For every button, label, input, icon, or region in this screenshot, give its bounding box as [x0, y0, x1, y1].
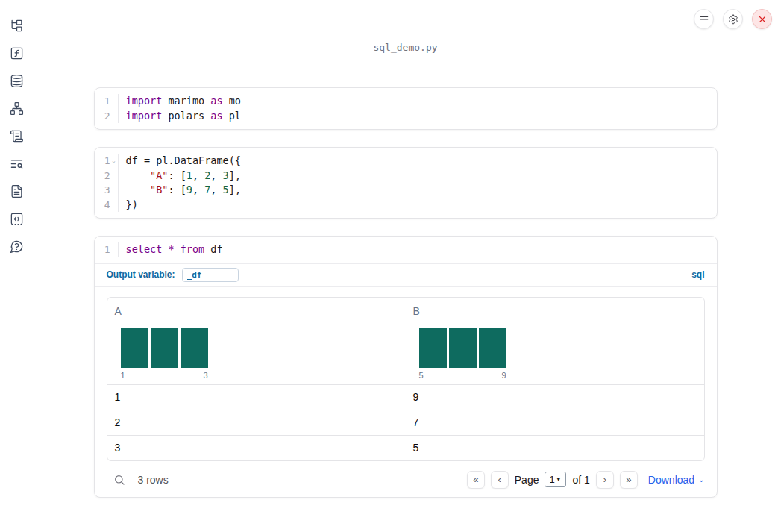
logs-search-icon	[10, 157, 24, 171]
sql-editor[interactable]: select * from df	[119, 242, 717, 257]
dataframe-table: A13B59 192735	[107, 297, 705, 461]
close-icon	[757, 14, 768, 25]
function-square-icon	[10, 46, 24, 60]
sidebar-item-variables[interactable]	[9, 46, 24, 60]
row-count: 3 rows	[138, 474, 169, 486]
download-button[interactable]: Download ⌄	[648, 474, 705, 486]
table-search-button[interactable]	[113, 473, 126, 486]
code-cell-imports: 12 import marimo as moimport polars as p…	[94, 87, 718, 130]
fold-chevron-icon[interactable]: ⌄	[110, 157, 118, 165]
table-cell: 1	[107, 385, 406, 410]
sidebar-item-help[interactable]	[9, 239, 24, 254]
line-number: 1	[104, 155, 110, 166]
table-row: 19	[107, 384, 704, 410]
pagination: « ‹ Page 1 ▾ of 1 › »	[467, 471, 638, 489]
histogram-min-label: 1	[121, 371, 125, 381]
page-select[interactable]: 1 ▾	[545, 472, 566, 487]
notebook-filename: sql_demo.py	[33, 0, 778, 57]
code-line: import polars as pl	[126, 109, 717, 124]
histogram-bar	[181, 328, 208, 368]
chevron-right-icon: ›	[603, 475, 606, 484]
download-label: Download	[648, 474, 694, 486]
histogram-bar	[121, 328, 148, 368]
table-row: 35	[107, 435, 704, 460]
page-select-value: 1	[549, 474, 554, 485]
cell-output: A13B59 192735 3 rows « ‹ Page	[95, 287, 717, 497]
code-editor[interactable]: import marimo as moimport polars as pl	[119, 94, 717, 123]
line-number: 1	[104, 96, 110, 107]
histogram-bar	[479, 328, 506, 368]
output-variable-label: Output variable:	[107, 269, 175, 280]
document-icon	[10, 184, 24, 198]
table-cell: 2	[107, 410, 406, 435]
page-total: of 1	[572, 474, 589, 486]
histogram-max-label: 3	[203, 371, 207, 381]
sql-cell: 1 select * from df Output variable: sql …	[94, 236, 718, 498]
dependency-graph-icon	[10, 101, 24, 116]
notebook-area: sql_demo.py 12 import marimo as moimport…	[33, 0, 778, 532]
line-number: 2	[104, 170, 110, 181]
code-line: df = pl.DataFrame({	[126, 154, 717, 169]
line-number: 1	[104, 244, 110, 255]
hamburger-icon	[699, 14, 709, 25]
sidebar-item-file-explorer[interactable]	[9, 18, 24, 33]
sidebar	[0, 0, 33, 532]
notebook-actions-toolbar	[694, 9, 772, 29]
column-histogram: 59	[419, 328, 506, 381]
code-line: import marimo as mo	[126, 94, 717, 109]
sidebar-item-logs[interactable]	[9, 156, 24, 171]
sidebar-item-snippets[interactable]	[9, 211, 24, 226]
output-variable-bar: Output variable: sql	[95, 264, 717, 287]
histogram-min-label: 5	[419, 371, 424, 381]
line-number: 3	[104, 184, 110, 195]
code-line: })	[126, 198, 717, 213]
column-header[interactable]: B59	[406, 298, 704, 384]
code-editor[interactable]: df = pl.DataFrame({ "A": [1, 2, 3], "B":…	[119, 154, 717, 212]
sidebar-item-scratchpad[interactable]	[9, 128, 24, 143]
help-icon	[10, 240, 24, 254]
chevron-down-icon: ⌄	[698, 475, 704, 484]
line-number-gutter: 1⌄234	[95, 154, 119, 212]
table-cell: 7	[406, 410, 704, 435]
first-page-button[interactable]: «	[467, 471, 485, 489]
database-icon	[10, 74, 24, 88]
code-line: select * from df	[126, 242, 717, 257]
search-icon	[113, 474, 125, 486]
sidebar-item-documentation[interactable]	[9, 184, 24, 198]
table-header: A13B59	[107, 298, 704, 384]
scroll-icon	[10, 129, 24, 143]
settings-button[interactable]	[723, 9, 743, 29]
code-line: "A": [1, 2, 3],	[126, 169, 717, 184]
column-name: B	[413, 305, 698, 317]
file-tree-icon	[10, 19, 24, 33]
histogram-max-label: 9	[501, 371, 506, 381]
histogram-bar	[449, 328, 477, 368]
code-cell-dataframe: 1⌄234 df = pl.DataFrame({ "A": [1, 2, 3]…	[94, 147, 718, 219]
sidebar-item-dependency-graph[interactable]	[9, 101, 24, 116]
sql-language-badge: sql	[691, 269, 704, 280]
column-name: A	[115, 305, 400, 317]
prev-page-button[interactable]: ‹	[491, 471, 509, 489]
next-page-button[interactable]: ›	[596, 471, 614, 489]
snippets-icon	[10, 212, 24, 226]
histogram-bar	[151, 328, 178, 368]
table-row: 27	[107, 410, 704, 435]
shutdown-button[interactable]	[752, 9, 772, 29]
line-number: 4	[104, 199, 110, 210]
histogram-bar	[419, 328, 447, 368]
table-cell: 3	[107, 436, 406, 460]
last-page-button[interactable]: »	[620, 471, 638, 489]
chevron-left-icon: ‹	[498, 475, 501, 484]
line-number: 2	[104, 110, 110, 122]
line-number-gutter: 12	[95, 94, 119, 123]
output-variable-input[interactable]	[182, 268, 239, 282]
sidebar-item-datasources[interactable]	[9, 73, 24, 88]
page-label: Page	[515, 474, 539, 486]
column-histogram: 13	[121, 328, 208, 381]
column-header[interactable]: A13	[107, 298, 406, 384]
chevron-down-icon: ▾	[557, 476, 560, 483]
table-cell: 9	[406, 385, 704, 410]
code-line: "B": [9, 7, 5],	[126, 183, 717, 198]
menu-button[interactable]	[694, 9, 714, 29]
table-cell: 5	[406, 436, 704, 460]
